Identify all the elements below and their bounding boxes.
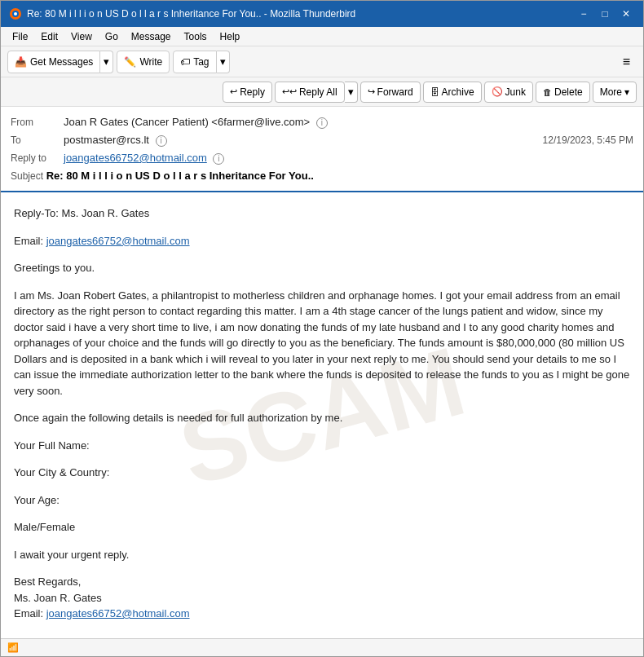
reply-to-value: joangates66752@hotmail.com i (64, 152, 633, 165)
archive-label: Archive (442, 86, 474, 98)
subject-row: Subject Re: 80 M i l l i o n US D o l l … (11, 167, 633, 184)
menu-message[interactable]: Message (125, 29, 178, 44)
menu-file[interactable]: File (6, 29, 34, 44)
reply-all-icon: ↩↩ (282, 86, 297, 97)
reply-label: Reply (240, 86, 265, 98)
body-paragraph1: I am Ms. Joan Robert Gates, a philantrop… (14, 288, 630, 399)
menu-view[interactable]: View (64, 29, 99, 44)
from-info-icon[interactable]: i (316, 117, 328, 129)
close-button[interactable]: ✕ (617, 5, 635, 23)
maximize-button[interactable]: □ (596, 5, 614, 23)
get-messages-dropdown[interactable]: ▾ (100, 51, 113, 73)
get-messages-label: Get Messages (30, 56, 93, 68)
email-date: 12/19/2023, 5:45 PM (543, 134, 633, 146)
field2: Your City & Country: (14, 465, 630, 481)
more-icon: ▾ (624, 86, 629, 98)
closing1: I await your urgent reply. (14, 547, 630, 563)
email-body: SCAM Reply-To: Ms. Joan R. Gates Email: … (1, 192, 643, 638)
reply-button[interactable]: ↩ Reply (223, 82, 272, 103)
reply-all-button[interactable]: ↩↩ Reply All (275, 82, 345, 103)
from-value: Joan R Gates (Cancer Patient) <6farmer@l… (64, 116, 633, 129)
to-row: To postmaster@rcs.lt i 12/19/2023, 5:45 … (11, 131, 633, 149)
tag-dropdown[interactable]: ▾ (217, 51, 230, 73)
closing2: Best Regards, (14, 575, 81, 588)
reply-to-row: Reply to joangates66752@hotmail.com i (11, 149, 633, 167)
write-label: Write (139, 56, 162, 68)
field1: Your Full Name: (14, 438, 630, 454)
get-messages-icon: 📥 (15, 56, 27, 68)
status-bar: 📶 (1, 638, 643, 656)
menu-go[interactable]: Go (99, 29, 125, 44)
tag-icon: 🏷 (180, 56, 190, 68)
body-paragraph2: Once again the following details is need… (14, 410, 630, 426)
tag-button[interactable]: 🏷 Tag (173, 51, 216, 73)
svg-point-2 (14, 12, 17, 15)
hamburger-button[interactable]: ≡ (616, 51, 637, 73)
title-bar: Re: 80 M i l l i o n US D o l l a r s In… (1, 1, 643, 27)
from-label: From (11, 117, 64, 128)
to-label: To (11, 134, 64, 146)
reply-to-label: Reply to (11, 152, 64, 164)
closing4-link[interactable]: joangates66752@hotmail.com (46, 607, 190, 620)
reply-all-group: ↩↩ Reply All ▾ (275, 82, 358, 103)
email-content: Reply-To: Ms. Joan R. Gates Email: joang… (14, 205, 630, 622)
get-messages-button[interactable]: 📥 Get Messages (7, 51, 100, 73)
to-text: postmaster@rcs.lt (64, 134, 149, 146)
from-row: From Joan R Gates (Cancer Patient) <6far… (11, 113, 633, 131)
more-group: More ▾ (593, 82, 637, 103)
menu-edit[interactable]: Edit (34, 29, 64, 44)
tag-label: Tag (193, 56, 209, 68)
reply-to-line: Reply-To: Ms. Joan R. Gates (14, 205, 630, 222)
email-line: Email: joangates66752@hotmail.com (14, 233, 630, 249)
forward-icon: ↪ (368, 86, 375, 97)
reply-group: ↩ Reply (223, 82, 272, 103)
status-icon: 📶 (7, 642, 19, 653)
action-bar: ↩ Reply ↩↩ Reply All ▾ ↪ Forward 🗄 Archi… (1, 77, 643, 107)
to-value: postmaster@rcs.lt i (64, 134, 543, 147)
menu-help[interactable]: Help (214, 29, 247, 44)
forward-label: Forward (377, 86, 413, 98)
reply-to-info-icon[interactable]: i (213, 153, 224, 165)
more-button[interactable]: More ▾ (593, 82, 637, 103)
tag-group: 🏷 Tag ▾ (173, 51, 229, 73)
delete-icon: 🗑 (543, 87, 552, 97)
junk-icon: 🚫 (492, 86, 503, 97)
reply-icon: ↩ (230, 86, 237, 97)
subject-value: Re: 80 M i l l i o n US D o l l a r s In… (46, 170, 314, 182)
minimize-button[interactable]: − (575, 5, 593, 23)
closing3: Ms. Joan R. Gates (14, 592, 102, 604)
forward-button[interactable]: ↪ Forward (360, 82, 421, 103)
window-title: Re: 80 M i l l i o n US D o l l a r s In… (27, 8, 575, 20)
archive-button[interactable]: 🗄 Archive (423, 82, 482, 103)
menu-bar: File Edit View Go Message Tools Help (1, 27, 643, 46)
app-icon (9, 7, 22, 20)
junk-label: Junk (505, 86, 526, 98)
closing-block: Best Regards, Ms. Joan R. Gates Email: j… (14, 574, 630, 622)
get-messages-group: 📥 Get Messages ▾ (7, 51, 113, 73)
more-label: More (600, 86, 622, 98)
subject-label: Subject (11, 170, 43, 182)
reply-to-link[interactable]: joangates66752@hotmail.com (64, 152, 207, 164)
body-email-link[interactable]: joangates66752@hotmail.com (46, 235, 190, 247)
window-controls: − □ ✕ (575, 5, 635, 23)
field4: Male/Female (14, 519, 630, 536)
main-toolbar: 📥 Get Messages ▾ ✏️ Write 🏷 Tag ▾ ≡ (1, 46, 643, 77)
greeting: Greetings to you. (14, 260, 630, 276)
reply-all-dropdown[interactable]: ▾ (345, 82, 358, 103)
junk-button[interactable]: 🚫 Junk (484, 82, 533, 103)
to-info-icon[interactable]: i (156, 135, 167, 147)
archive-icon: 🗄 (430, 87, 439, 97)
main-window: Re: 80 M i l l i o n US D o l l a r s In… (0, 0, 644, 657)
from-text: Joan R Gates (Cancer Patient) <6farmer@l… (64, 116, 310, 128)
closing4-prefix: Email: (14, 607, 46, 620)
delete-button[interactable]: 🗑 Delete (536, 82, 590, 103)
delete-label: Delete (554, 86, 583, 98)
reply-all-label: Reply All (299, 86, 337, 98)
field3: Your Age: (14, 492, 630, 509)
write-button[interactable]: ✏️ Write (117, 51, 170, 73)
menu-tools[interactable]: Tools (178, 29, 214, 44)
write-icon: ✏️ (124, 56, 136, 68)
email-header: From Joan R Gates (Cancer Patient) <6far… (1, 107, 643, 192)
